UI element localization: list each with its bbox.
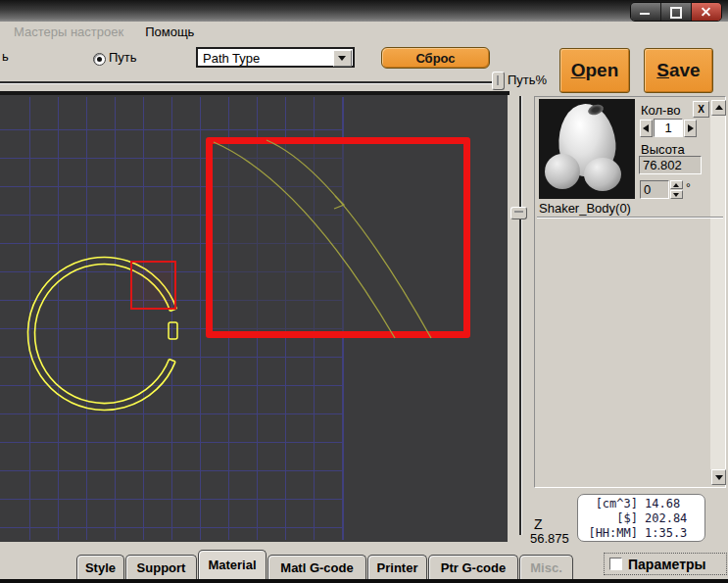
arrow-right-icon [688,124,694,132]
remove-model-button[interactable]: X [693,101,709,118]
tab-support[interactable]: Support [125,555,197,579]
tab-ptr-gcode[interactable]: Ptr G-code [428,555,518,579]
rotation-field[interactable]: 0 [640,180,669,199]
minimize-button[interactable] [631,3,661,21]
open-button-label: Open [571,60,619,81]
parameters-checkbox[interactable] [609,558,622,570]
path-radio-label[interactable]: Путь [109,50,137,65]
print-stats-box: [cm^3]14.68 [$]202.84 [HH:MM]1:35.3 [577,494,705,542]
count-increment-button[interactable] [684,120,697,137]
scroll-up-button[interactable] [711,100,726,116]
panel-scrollbar[interactable] [710,116,725,469]
menu-item-wizards[interactable]: Мастеры настроек [14,24,123,39]
model-viewport[interactable] [0,95,508,542]
radio-dot-icon [97,57,102,62]
count-label: Кол-во [641,103,680,118]
tab-material[interactable]: Material [198,550,267,579]
menu-bar: Мастеры настроек Помощь [0,22,728,41]
path-percent-slider-handle[interactable] [492,72,505,90]
reset-button-label: Сброс [415,51,455,66]
radio-label-cutoff[interactable]: ь [2,49,9,64]
arrow-left-icon [643,124,649,132]
path-radio[interactable] [93,53,106,66]
path-percent-slider-track[interactable] [0,81,492,83]
path-type-value: Path Type [203,51,260,66]
save-button-label: Save [656,60,700,81]
tab-matl-gcode[interactable]: Matl G-code [267,555,366,579]
count-field[interactable]: 1 [654,119,683,137]
z-label: Z [534,516,543,532]
scroll-down-button[interactable] [711,469,726,485]
panel-divider [537,217,723,219]
maximize-button[interactable] [661,3,692,21]
window-controls [630,2,722,22]
degree-suffix: ° [686,181,691,195]
stat-time: [HH:MM]1:35.3 [583,526,700,541]
model-foot-right [584,158,621,191]
parameters-group: Параметры [604,553,727,575]
app-window: Мастеры настроек Помощь ь Путь Path Type… [0,0,728,583]
arrow-up-icon [673,183,679,187]
dropdown-button[interactable] [333,50,352,67]
model-name-label[interactable]: Shaker_Body(0) [539,201,631,216]
open-button[interactable]: Open [559,48,630,93]
menu-item-help[interactable]: Помощь [145,24,194,39]
height-label: Высота [641,142,685,157]
maximize-icon [670,7,682,19]
reset-button[interactable]: Сброс [381,47,490,69]
stat-cost: [$]202.84 [583,511,700,526]
stat-volume: [cm^3]14.68 [583,497,700,511]
arrow-down-icon [673,193,679,197]
parameters-label[interactable]: Параметры [628,557,706,572]
arrow-down-icon [715,475,723,480]
zoom-source-rect[interactable] [130,261,176,310]
model-thumbnail[interactable] [539,99,635,199]
tab-misc[interactable]: Misc. [519,555,573,579]
model-list-panel: Кол-во X 1 Высота 76.802 0 ° Shaker_Body… [534,96,726,488]
height-value-field: 76.802 [639,156,702,174]
layer-slider-handle[interactable] [510,207,527,219]
rotation-up-button[interactable] [670,180,683,189]
tab-style[interactable]: Style [76,555,124,579]
model-foot-left [545,154,580,189]
chevron-down-icon [338,56,346,61]
rotation-down-button[interactable] [670,190,683,199]
close-button[interactable] [692,3,721,21]
arrow-up-icon [715,105,723,110]
tab-printer[interactable]: Printer [367,555,427,579]
save-button[interactable]: Save [644,48,713,93]
path-percent-label: Путь% [508,73,547,87]
minimize-icon [640,13,650,15]
path-type-dropdown[interactable]: Path Type [196,47,355,68]
window-bottom-edge [0,579,728,583]
layer-slider-track[interactable] [519,96,521,535]
count-decrement-button[interactable] [640,120,653,137]
z-value: 56.875 [530,531,569,546]
title-bar [0,0,728,22]
zoom-preview-window[interactable] [206,137,470,338]
